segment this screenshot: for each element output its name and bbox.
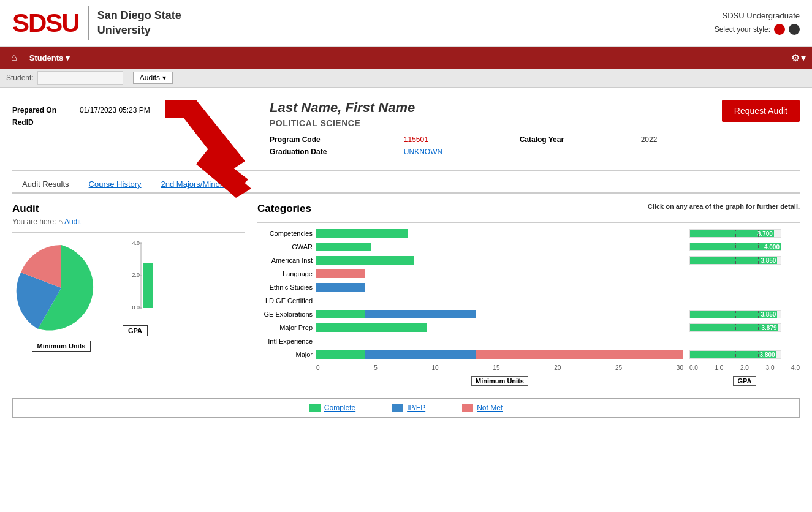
bar-row-6[interactable]: GE Explorations	[257, 309, 683, 320]
bar-area-1[interactable]	[316, 243, 683, 251]
student-info: Prepared On 01/17/2023 05:23 PM RedID La…	[12, 94, 800, 165]
gpa-value-7: 3.879	[761, 325, 776, 331]
ipfp-legend-label[interactable]: IP/FP	[407, 404, 425, 412]
gpa-value-0: 3.700	[757, 230, 773, 237]
student-program: POLITICAL SCIENCE	[270, 118, 722, 128]
complete-legend-label[interactable]: Complete	[324, 404, 355, 412]
bar-area-3[interactable]	[316, 269, 683, 278]
bar-row-9[interactable]: Major	[257, 349, 683, 360]
gpa-row-7[interactable]: 3.879	[689, 322, 800, 333]
gpa-row-2[interactable]: 3.850	[689, 255, 800, 266]
logo-divider	[88, 6, 89, 40]
bar-area-5[interactable]	[316, 296, 683, 305]
audit-section-title: Audit	[12, 203, 245, 215]
gpa-row-6[interactable]: 3.850	[689, 309, 800, 320]
bar-area-6[interactable]	[316, 310, 683, 318]
program-code-value[interactable]: 115501	[404, 135, 507, 144]
program-code-label: Program Code	[270, 135, 392, 144]
account-type: SDSU Undergraduate	[715, 11, 800, 20]
min-units-axis-title: Minimum Units	[316, 374, 683, 386]
tab-course-history[interactable]: Course History	[79, 176, 151, 192]
bar-row-8[interactable]: Intl Experience	[257, 336, 683, 347]
style-dot-dark[interactable]	[789, 24, 800, 35]
home-button[interactable]: ⌂	[6, 48, 22, 67]
students-button[interactable]: Students ▾	[25, 50, 75, 66]
gpa-row-8	[689, 336, 800, 347]
legend-complete: Complete	[309, 404, 355, 412]
bar-label-9: Major	[257, 351, 313, 358]
gpa-row-4	[689, 282, 800, 293]
bar-row-4[interactable]: Ethnic Studies	[257, 282, 683, 293]
student-name: Last Name, First Name	[270, 100, 722, 116]
gpa-axis-title: GPA	[689, 374, 800, 386]
students-chevron-icon: ▾	[66, 53, 70, 62]
student-search-input[interactable]	[37, 71, 123, 85]
university-name: San Diego State University	[97, 9, 181, 37]
gpa-bar-chart-right: 3.7004.0003.8503.8503.8793.800 0.01.02.0…	[689, 228, 800, 386]
gear-icon: ⚙	[791, 52, 800, 64]
min-units-axis-box: Minimum Units	[471, 376, 528, 386]
style-selector: Select your style:	[715, 24, 800, 35]
bar-row-7[interactable]: Major Prep	[257, 322, 683, 333]
tabs-bar: Audit Results Course History 2nd Majors/…	[12, 176, 800, 194]
bar-row-5[interactable]: LD GE Certified	[257, 295, 683, 306]
gpa-bar-container-0: 3.700	[689, 229, 781, 238]
style-label: Select your style:	[715, 25, 770, 34]
gpa-bar-svg[interactable]: 4.0 2.0 0.0	[123, 239, 159, 325]
bar-label-1: GWAR	[257, 243, 313, 250]
bar-area-0[interactable]	[316, 229, 683, 238]
content-area: Prepared On 01/17/2023 05:23 PM RedID La…	[0, 88, 812, 424]
bar-green-1	[316, 243, 371, 251]
gear-button[interactable]: ⚙ ▾	[791, 52, 806, 64]
click-hint: Click on any area of the graph for furth…	[648, 203, 800, 210]
prepared-on-label: Prepared On	[12, 106, 67, 115]
axis-labels: 051015202530	[316, 364, 683, 371]
bar-green-7	[316, 323, 427, 332]
nav-left: ⌂ Students ▾	[6, 48, 75, 67]
graduation-date-label: Graduation Date	[270, 148, 392, 156]
complete-color-swatch	[309, 404, 321, 412]
student-label: Student:	[6, 73, 34, 82]
categories-section: Categories Click on any area of the grap…	[257, 203, 800, 386]
graduation-date-value: UNKNOWN	[404, 148, 507, 156]
bar-area-9[interactable]	[316, 350, 683, 359]
pie-chart[interactable]: Minimum Units	[12, 239, 110, 337]
audits-button[interactable]: Audits ▾	[133, 72, 173, 84]
nav-bar: ⌂ Students ▾ ⚙ ▾	[0, 47, 812, 69]
gpa-row-9[interactable]: 3.800	[689, 349, 800, 360]
audit-breadcrumb: You are here: ⌂ Audit	[12, 217, 245, 226]
student-info-left: Prepared On 01/17/2023 05:23 PM RedID	[12, 100, 221, 130]
style-dot-red[interactable]	[774, 24, 785, 35]
bar-area-7[interactable]	[316, 323, 683, 332]
legend-bar: Complete IP/FP Not Met	[12, 398, 800, 418]
gpa-value-9: 3.800	[760, 352, 775, 358]
svg-text:0.0: 0.0	[132, 304, 140, 311]
gpa-bar-fill-2: 3.850	[690, 257, 777, 264]
bar-area-2[interactable]	[316, 256, 683, 265]
bar-row-2[interactable]: American Inst	[257, 255, 683, 266]
breadcrumb-link[interactable]: Audit	[64, 217, 81, 226]
catalog-year-value: 2022	[641, 135, 722, 144]
gpa-rows-container: 3.7004.0003.8503.8503.8793.800	[689, 228, 800, 360]
gpa-row-1[interactable]: 4.000	[689, 241, 800, 252]
bar-row-1[interactable]: GWAR	[257, 241, 683, 252]
tab-audit-results[interactable]: Audit Results	[12, 176, 79, 192]
gpa-bar-container-1: 4.000	[689, 243, 781, 251]
gpa-axis-labels: 0.01.02.03.04.0	[689, 364, 800, 371]
gpa-row-5	[689, 295, 800, 306]
bar-area-4[interactable]	[316, 283, 683, 292]
request-audit-button[interactable]: Request Audit	[722, 100, 800, 122]
request-audit-area: Request Audit	[722, 100, 800, 122]
legend-not-met: Not Met	[462, 404, 503, 412]
bar-label-4: Ethnic Studies	[257, 284, 313, 291]
bar-row-3[interactable]: Language	[257, 268, 683, 279]
gpa-bar-fill-7: 3.879	[690, 324, 778, 331]
tab-2nd-majors-minors[interactable]: 2nd Majors/Minors	[151, 176, 237, 192]
bar-area-8[interactable]	[316, 337, 683, 345]
bar-row-0[interactable]: Competencies	[257, 228, 683, 239]
bar-charts-container: CompetenciesGWARAmerican InstLanguageEth…	[257, 228, 800, 386]
not-met-legend-label[interactable]: Not Met	[477, 404, 503, 412]
audit-section: Audit You are here: ⌂ Audit	[12, 203, 245, 386]
bar-label-8: Intl Experience	[257, 337, 313, 345]
gpa-row-0[interactable]: 3.700	[689, 228, 800, 239]
